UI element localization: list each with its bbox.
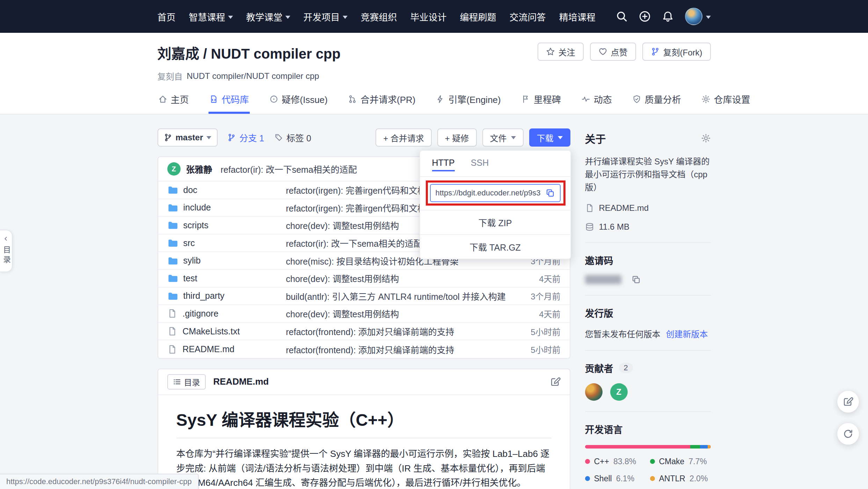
tab-issues[interactable]: 疑修(Issue) xyxy=(269,88,328,114)
readme-paragraph: 本仓库为“并行编译课程实验”提供一个 SysY 编译器的最小可运行示例，实验按 … xyxy=(176,447,552,489)
file-name[interactable]: .gitignore xyxy=(167,309,286,319)
tags-label: 标签 0 xyxy=(286,131,311,144)
nav-item-graduation-design[interactable]: 毕业设计 xyxy=(410,10,447,23)
feedback-button[interactable] xyxy=(837,391,859,413)
table-row[interactable]: README.md refactor(frontend): 添加对只编译前端的支… xyxy=(158,340,570,358)
new-issue-button[interactable]: + 疑修 xyxy=(437,128,477,147)
download-tab-http[interactable]: HTTP xyxy=(432,158,455,171)
folder-icon xyxy=(167,202,178,213)
download-zip[interactable]: 下载 ZIP xyxy=(420,210,570,234)
repo-size-label: 11.6 MB xyxy=(599,222,630,232)
download-targz[interactable]: 下载 TAR.GZ xyxy=(420,234,570,259)
refresh-button[interactable] xyxy=(837,423,859,445)
edit-icon[interactable] xyxy=(550,377,561,387)
clone-url-input[interactable]: https://bdgit.educoder.net/p9s376i xyxy=(430,184,561,202)
tab-label: 代码库 xyxy=(222,92,249,105)
file-name[interactable]: CMakeLists.txt xyxy=(167,326,286,336)
file-name[interactable]: test xyxy=(167,273,286,283)
nav-item-teaching-class[interactable]: 教学课堂 xyxy=(246,10,290,23)
table-row[interactable]: test chore(dev): 调整test用例结构 4天前 xyxy=(158,270,570,288)
file-name[interactable]: doc xyxy=(167,185,286,195)
new-pr-label: + 合并请求 xyxy=(383,132,424,144)
edit-note-icon xyxy=(843,397,853,407)
file-name[interactable]: sylib xyxy=(167,255,286,266)
tab-label: 引擎(Engine) xyxy=(448,92,501,105)
gear-icon[interactable] xyxy=(701,133,711,143)
file-name-label: include xyxy=(183,202,211,213)
readme-link[interactable]: README.md xyxy=(585,203,711,213)
avatar[interactable]: Z xyxy=(610,383,628,401)
tab-code[interactable]: 代码库 xyxy=(209,88,250,114)
file-name[interactable]: scripts xyxy=(167,220,286,230)
table-row[interactable]: third_party build(antlr): 引入第三方 ANTLR4 r… xyxy=(158,288,570,305)
toc-button[interactable]: 目录 xyxy=(167,374,206,390)
language-item[interactable]: ANTLR2.0% xyxy=(650,474,711,483)
nav-item-home[interactable]: 首页 xyxy=(158,10,176,23)
avatar[interactable] xyxy=(585,383,603,401)
nav-item-dev-projects[interactable]: 开发项目 xyxy=(304,10,348,23)
plus-circle-icon[interactable] xyxy=(639,10,651,22)
new-pr-button[interactable]: + 合并请求 xyxy=(375,128,432,147)
gear-icon xyxy=(701,95,710,104)
file-name[interactable]: third_party xyxy=(167,291,286,301)
file-menu-button[interactable]: 文件 xyxy=(482,128,524,147)
watch-button[interactable]: 关注 xyxy=(538,43,584,61)
toc-side-tab[interactable]: 目录 xyxy=(0,230,13,272)
tags-count[interactable]: 标签 0 xyxy=(275,131,311,144)
tab-activity[interactable]: 动态 xyxy=(581,88,613,114)
table-row[interactable]: .gitignore chore(dev): 调整test用例结构 4天前 xyxy=(158,305,570,323)
user-menu[interactable] xyxy=(685,8,711,25)
commit-message[interactable]: refactor(ir): 改一下sema相关的适配 xyxy=(221,163,357,175)
tab-home[interactable]: 主页 xyxy=(158,88,190,114)
file-name[interactable]: README.md xyxy=(167,344,286,354)
file-name-label: third_party xyxy=(183,291,225,301)
create-release-link[interactable]: 创建新版本 xyxy=(666,327,708,340)
language-item[interactable]: C++83.8% xyxy=(585,457,646,466)
language-item[interactable]: CMake7.7% xyxy=(650,457,711,466)
tab-repo-settings[interactable]: 仓库设置 xyxy=(701,88,751,114)
invite-code-blurred xyxy=(585,275,621,284)
commit-author[interactable]: 张雅静 xyxy=(186,163,212,175)
branch-icon xyxy=(227,133,236,142)
commit-msg-cell[interactable]: refactor(frontend): 添加对只编译前端的支持 xyxy=(286,343,517,356)
contributors-title: 贡献者 xyxy=(585,361,613,375)
download-button[interactable]: 下载 xyxy=(529,128,570,147)
commit-msg-cell[interactable]: chore(dev): 调整test用例结构 xyxy=(286,307,517,320)
like-button[interactable]: 点赞 xyxy=(590,43,636,61)
file-name[interactable]: include xyxy=(167,202,286,213)
tab-milestones[interactable]: 里程碑 xyxy=(520,88,562,114)
download-tab-ssh[interactable]: SSH xyxy=(471,158,489,171)
file-icon xyxy=(585,203,594,213)
branches-label: 分支 1 xyxy=(239,131,264,144)
file-name[interactable]: src xyxy=(167,238,286,248)
copy-icon[interactable] xyxy=(631,275,641,284)
tab-quality-analysis[interactable]: 质量分析 xyxy=(632,88,682,114)
language-percent: 2.0% xyxy=(690,474,708,483)
bell-icon[interactable] xyxy=(662,10,674,22)
tab-pull-requests[interactable]: 合并请求(PR) xyxy=(347,88,416,114)
tab-engine[interactable]: 引擎(Engine) xyxy=(435,88,501,114)
commit-msg-cell[interactable]: refactor(frontend): 添加对只编译前端的支持 xyxy=(286,325,517,338)
commit-msg-cell[interactable]: build(antlr): 引入第三方 ANTLR4 runtime/tool … xyxy=(286,290,517,302)
branch-name: master xyxy=(176,133,203,142)
language-item[interactable]: Shell6.1% xyxy=(585,474,646,483)
nav-item-smart-courses[interactable]: 智慧课程 xyxy=(189,10,233,23)
clone-url-text: https://bdgit.educoder.net/p9s376i xyxy=(436,188,541,198)
nav-item-competitions[interactable]: 竞赛组织 xyxy=(361,10,397,23)
folder-icon xyxy=(167,220,178,230)
nav-item-qa-forum[interactable]: 交流问答 xyxy=(510,10,546,23)
table-row[interactable]: CMakeLists.txt refactor(frontend): 添加对只编… xyxy=(158,323,570,341)
nav-item-training-courses[interactable]: 精培课程 xyxy=(559,10,596,23)
nav-item-coding-practice[interactable]: 编程刷题 xyxy=(460,10,496,23)
branch-select[interactable]: master xyxy=(158,128,218,147)
copy-icon[interactable] xyxy=(545,188,555,198)
search-icon[interactable] xyxy=(616,10,628,22)
forked-from-link[interactable]: NUDT compiler/NUDT compiler cpp xyxy=(187,71,319,81)
engine-icon xyxy=(436,95,445,104)
fork-button[interactable]: 复刻(Fork) xyxy=(642,43,711,61)
repo-header: 刘嘉成 / NUDT compiler cpp 复刻自 NUDT compile… xyxy=(0,33,868,114)
commit-msg-cell[interactable]: chore(dev): 调整test用例结构 xyxy=(286,272,517,284)
language-dot xyxy=(585,476,590,481)
branches-count[interactable]: 分支 1 xyxy=(227,131,264,144)
language-name: CMake xyxy=(659,457,685,466)
